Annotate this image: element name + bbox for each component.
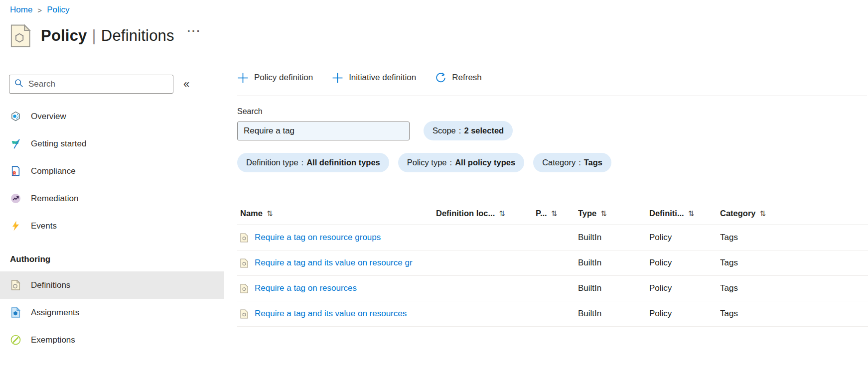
filter-row-2: Definition type:All definition types Pol… bbox=[237, 153, 868, 172]
sidebar-item-overview[interactable]: Overview bbox=[0, 103, 224, 130]
pill-value: All policy types bbox=[455, 158, 515, 167]
pill-label: Policy type bbox=[407, 158, 447, 167]
policy-definition-label: Policy definition bbox=[254, 73, 313, 83]
sort-icon: ⇅ bbox=[551, 209, 558, 218]
cell-category: Tags bbox=[720, 233, 868, 243]
pill-separator: : bbox=[579, 158, 581, 167]
policy-icon bbox=[240, 258, 248, 268]
plus-icon bbox=[332, 72, 343, 84]
breadcrumb-home-link[interactable]: Home bbox=[10, 5, 32, 15]
column-header-category[interactable]: Category⇅ bbox=[720, 209, 868, 218]
sidebar-search-box[interactable] bbox=[9, 75, 173, 94]
cell-category: Tags bbox=[720, 283, 868, 293]
compliance-icon bbox=[10, 166, 21, 177]
sidebar-item-events[interactable]: Events bbox=[0, 212, 224, 240]
column-header-definition-location[interactable]: Definition loc...⇅ bbox=[436, 209, 536, 218]
policy-name-link[interactable]: Require a tag on resource groups bbox=[255, 233, 381, 243]
breadcrumb-policy-link[interactable]: Policy bbox=[47, 5, 69, 15]
sidebar-item-label: Assignments bbox=[31, 308, 79, 318]
table-row[interactable]: Require a tag on resource groups BuiltIn… bbox=[237, 225, 868, 250]
sidebar-item-definitions[interactable]: Definitions bbox=[0, 271, 224, 299]
cell-category: Tags bbox=[720, 258, 868, 268]
search-icon bbox=[14, 79, 23, 90]
policy-name-link[interactable]: Require a tag and its value on resources bbox=[255, 309, 407, 319]
initiative-definition-label: Initiative definition bbox=[349, 73, 416, 83]
sidebar-item-getting-started[interactable]: Getting started bbox=[0, 130, 224, 157]
pill-separator: : bbox=[459, 126, 461, 135]
policy-icon bbox=[240, 284, 248, 293]
sort-icon: ⇅ bbox=[688, 209, 695, 218]
sidebar-nav: Overview Getting started bbox=[0, 103, 224, 354]
filters-section: Search Scope:2 selected Definition type:… bbox=[237, 107, 868, 172]
cell-definition-type: Policy bbox=[649, 283, 720, 293]
pill-label: Category bbox=[542, 158, 576, 167]
events-icon bbox=[10, 221, 21, 232]
search-label: Search bbox=[237, 107, 868, 116]
sidebar-item-remediation[interactable]: Remediation bbox=[0, 185, 224, 212]
table-row[interactable]: Require a tag and its value on resources… bbox=[237, 301, 868, 327]
sidebar-section-authoring: Authoring bbox=[0, 247, 224, 271]
cell-name: Require a tag and its value on resource … bbox=[237, 258, 436, 268]
sidebar-item-assignments[interactable]: Assignments bbox=[0, 299, 224, 326]
column-header-policies[interactable]: P...⇅ bbox=[536, 209, 578, 218]
filter-pill-category[interactable]: Category:Tags bbox=[533, 153, 611, 172]
refresh-button[interactable]: Refresh bbox=[435, 67, 482, 89]
cell-definition-type: Policy bbox=[649, 258, 720, 268]
breadcrumb: Home > Policy bbox=[0, 0, 868, 15]
sidebar-item-compliance[interactable]: Compliance bbox=[0, 157, 224, 185]
sort-icon: ⇅ bbox=[760, 209, 766, 218]
cell-category: Tags bbox=[720, 309, 868, 319]
initiative-definition-button[interactable]: Initiative definition bbox=[332, 67, 416, 89]
column-header-definition-type[interactable]: Definiti...⇅ bbox=[649, 209, 720, 218]
cell-definition-type: Policy bbox=[649, 309, 720, 319]
sidebar-item-label: Definitions bbox=[31, 280, 70, 290]
policy-name-link[interactable]: Require a tag and its value on resource … bbox=[255, 258, 413, 268]
title-row: Policy|Definitions ··· bbox=[10, 24, 868, 48]
toolbar-divider bbox=[237, 96, 867, 96]
sidebar-search-input[interactable] bbox=[28, 79, 168, 89]
plus-icon bbox=[237, 72, 249, 84]
getting-started-icon bbox=[10, 138, 21, 149]
policy-definition-button[interactable]: Policy definition bbox=[237, 67, 313, 89]
column-header-type[interactable]: Type⇅ bbox=[578, 209, 649, 218]
table-row[interactable]: Require a tag on resources BuiltIn Polic… bbox=[237, 276, 868, 301]
table-row[interactable]: Require a tag and its value on resource … bbox=[237, 250, 868, 276]
cell-name: Require a tag and its value on resources bbox=[237, 309, 436, 319]
policy-icon bbox=[240, 309, 248, 319]
sidebar-item-exemptions[interactable]: Exemptions bbox=[0, 326, 224, 354]
sort-icon: ⇅ bbox=[267, 209, 273, 218]
cell-definition-type: Policy bbox=[649, 233, 720, 243]
definitions-icon bbox=[10, 280, 21, 291]
cell-type: BuiltIn bbox=[578, 283, 649, 293]
sort-icon: ⇅ bbox=[499, 209, 505, 218]
cell-type: BuiltIn bbox=[578, 258, 649, 268]
filter-pill-definition-type[interactable]: Definition type:All definition types bbox=[237, 153, 389, 172]
cell-name: Require a tag on resources bbox=[237, 283, 436, 293]
remediation-icon bbox=[10, 193, 21, 204]
more-options-button[interactable]: ··· bbox=[187, 25, 201, 38]
overview-icon bbox=[10, 111, 21, 122]
column-header-name[interactable]: Name⇅ bbox=[237, 209, 436, 218]
body-row: « Overview bbox=[0, 63, 868, 354]
filter-pill-scope[interactable]: Scope:2 selected bbox=[424, 121, 513, 140]
policy-app-icon bbox=[10, 24, 31, 48]
pill-separator: : bbox=[450, 158, 452, 167]
sidebar-item-label: Exemptions bbox=[31, 335, 75, 345]
pill-label: Definition type bbox=[246, 158, 298, 167]
sidebar-item-label: Compliance bbox=[31, 166, 76, 176]
sort-icon: ⇅ bbox=[600, 209, 607, 218]
definition-search-input[interactable] bbox=[237, 122, 410, 140]
policy-name-link[interactable]: Require a tag on resources bbox=[255, 283, 357, 293]
definitions-table: Name⇅ Definition loc...⇅ P...⇅ Type⇅ Def… bbox=[237, 202, 868, 327]
sidebar-item-label: Events bbox=[31, 221, 57, 231]
pill-separator: : bbox=[301, 158, 304, 167]
sidebar-search-row: « bbox=[9, 75, 224, 94]
filter-pill-policy-type[interactable]: Policy type:All policy types bbox=[398, 153, 524, 172]
refresh-icon bbox=[435, 72, 446, 84]
filter-row-1: Scope:2 selected bbox=[237, 121, 868, 140]
policy-icon bbox=[240, 233, 248, 243]
table-header-row: Name⇅ Definition loc...⇅ P...⇅ Type⇅ Def… bbox=[237, 202, 868, 225]
sidebar-collapse-button[interactable]: « bbox=[183, 78, 189, 91]
sidebar-item-label: Overview bbox=[31, 112, 66, 122]
command-bar: Policy definition Initiative definition bbox=[237, 63, 868, 89]
